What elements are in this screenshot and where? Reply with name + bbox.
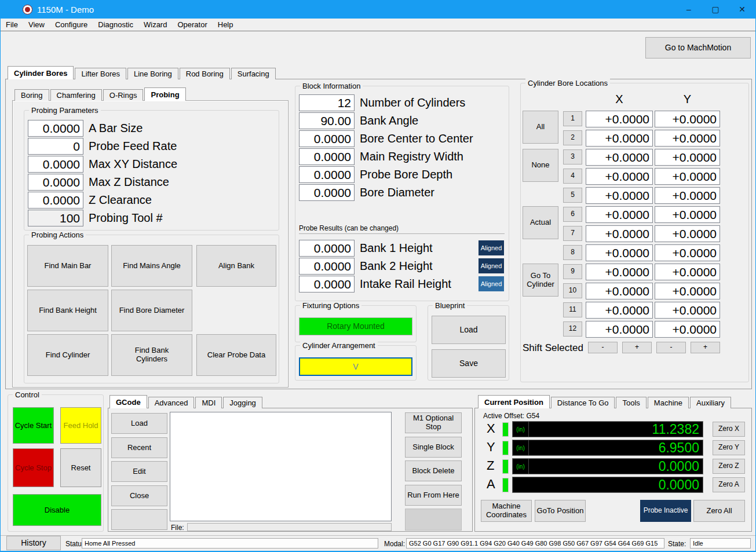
bore-y-8[interactable]: +0.0000 bbox=[655, 244, 720, 261]
bore-y-3[interactable]: +0.0000 bbox=[655, 149, 720, 166]
bore-y-5[interactable]: +0.0000 bbox=[655, 187, 720, 204]
bore-y-7[interactable]: +0.0000 bbox=[655, 225, 720, 242]
tab-tools[interactable]: Tools bbox=[616, 397, 646, 408]
bore-x-3[interactable]: +0.0000 bbox=[586, 149, 653, 166]
bore-x-1[interactable]: +0.0000 bbox=[586, 111, 653, 127]
bore-row-button-6[interactable]: 6 bbox=[563, 207, 582, 222]
block-delete-button[interactable]: Block Delete bbox=[405, 460, 462, 481]
number-of-cylinders-field[interactable]: 12 bbox=[299, 94, 355, 111]
gcode-blank-button-2[interactable] bbox=[405, 509, 462, 531]
menu-item-help[interactable]: Help bbox=[213, 19, 239, 31]
goto-position-button[interactable]: GoTo Position bbox=[535, 500, 586, 522]
tab-o-rings[interactable]: O-Rings bbox=[103, 89, 144, 101]
tab-line-boring[interactable]: Line Boring bbox=[127, 68, 178, 79]
tab-auxiliary[interactable]: Auxiliary bbox=[690, 397, 731, 408]
tab-cylinder-bores[interactable]: Cylinder Bores bbox=[8, 66, 74, 79]
go-to-machmotion-button[interactable]: Go to MachMotion bbox=[645, 37, 751, 59]
bore-y-2[interactable]: +0.0000 bbox=[655, 130, 720, 147]
shift-x-plus-button[interactable]: + bbox=[622, 342, 652, 353]
shift-y-plus-button[interactable]: + bbox=[691, 342, 720, 353]
bore-x-4[interactable]: +0.0000 bbox=[586, 168, 653, 185]
tab-mdi[interactable]: MDI bbox=[195, 397, 222, 408]
bore-y-12[interactable]: +0.0000 bbox=[655, 321, 720, 338]
find-bank-height-button[interactable]: Find Bank Height bbox=[27, 290, 108, 331]
bore-row-button-7[interactable]: 7 bbox=[563, 226, 582, 241]
gcode-text-area[interactable] bbox=[170, 412, 392, 521]
bore-y-4[interactable]: +0.0000 bbox=[655, 168, 720, 185]
tab-rod-boring[interactable]: Rod Boring bbox=[180, 68, 230, 79]
menu-item-configure[interactable]: Configure bbox=[50, 19, 93, 31]
gcode-load-button[interactable]: Load bbox=[111, 413, 167, 434]
bore-row-button-3[interactable]: 3 bbox=[563, 149, 582, 164]
tab-machine[interactable]: Machine bbox=[648, 397, 689, 408]
shift-y-minus-button[interactable]: - bbox=[656, 342, 686, 353]
gcode-close-button[interactable]: Close bbox=[111, 485, 167, 506]
bore-row-button-8[interactable]: 8 bbox=[563, 245, 582, 260]
tab-lifter-bores[interactable]: Lifter Bores bbox=[75, 68, 126, 79]
max-xy-distance-field[interactable]: 0.0000 bbox=[28, 156, 83, 173]
bank-1-height-field[interactable]: 0.0000 bbox=[299, 240, 355, 257]
bore-row-button-1[interactable]: 1 bbox=[563, 111, 582, 126]
bore-y-6[interactable]: +0.0000 bbox=[655, 206, 720, 223]
rotary-mounted-button[interactable]: Rotary Mounted bbox=[299, 317, 412, 335]
bore-x-9[interactable]: +0.0000 bbox=[586, 264, 653, 280]
probe-feed-rate-field[interactable]: 0 bbox=[28, 138, 83, 155]
bore-diameter-field[interactable]: 0.0000 bbox=[299, 184, 355, 201]
menu-item-wizard[interactable]: Wizard bbox=[138, 19, 172, 31]
find-cylinder-button[interactable]: Find Cylinder bbox=[27, 334, 108, 376]
blueprint-load-button[interactable]: Load bbox=[432, 316, 506, 344]
find-bore-diameter-button[interactable]: Find Bore Diameter bbox=[111, 290, 192, 331]
tab-gcode[interactable]: GCode bbox=[109, 395, 147, 408]
go-to-cylinder-button[interactable]: Go To Cylinder bbox=[523, 264, 558, 297]
run-from-here-button[interactable]: Run From Here bbox=[405, 485, 462, 506]
bore-y-11[interactable]: +0.0000 bbox=[655, 302, 720, 319]
z-clearance-field[interactable]: 0.0000 bbox=[28, 192, 83, 209]
probe-inactive-button[interactable]: Probe Inactive bbox=[640, 500, 691, 522]
m1-optional-stop-button[interactable]: M1 Optional Stop bbox=[405, 412, 462, 433]
bore-x-10[interactable]: +0.0000 bbox=[586, 283, 653, 299]
menu-item-view[interactable]: View bbox=[23, 19, 50, 31]
bore-x-12[interactable]: +0.0000 bbox=[586, 321, 653, 338]
bore-row-button-10[interactable]: 10 bbox=[563, 283, 582, 298]
single-block-button[interactable]: Single Block bbox=[405, 437, 462, 458]
cycle-start-button[interactable]: Cycle Start bbox=[13, 407, 54, 444]
maximize-icon[interactable]: ▢ bbox=[702, 0, 729, 19]
bore-x-6[interactable]: +0.0000 bbox=[586, 206, 653, 223]
close-icon[interactable]: ✕ bbox=[729, 0, 755, 19]
bore-x-2[interactable]: +0.0000 bbox=[586, 130, 653, 147]
bore-row-button-9[interactable]: 9 bbox=[563, 264, 582, 279]
tab-boring[interactable]: Boring bbox=[14, 89, 49, 101]
gcode-edit-button[interactable]: Edit bbox=[111, 461, 167, 482]
menu-item-file[interactable]: File bbox=[1, 19, 23, 31]
reset-button[interactable]: Reset bbox=[60, 448, 101, 487]
zero-y-button[interactable]: Zero Y bbox=[713, 440, 745, 455]
bore-x-11[interactable]: +0.0000 bbox=[586, 302, 653, 319]
gcode-recent-button[interactable]: Recent bbox=[111, 437, 167, 458]
bore-select-all-button[interactable]: All bbox=[523, 111, 558, 144]
tab-surfacing[interactable]: Surfacing bbox=[231, 68, 276, 79]
bore-row-button-12[interactable]: 12 bbox=[563, 321, 582, 337]
bore-y-9[interactable]: +0.0000 bbox=[655, 264, 720, 280]
shift-x-minus-button[interactable]: - bbox=[588, 342, 618, 353]
intake-rail-aligned-badge[interactable]: Aligned bbox=[479, 276, 504, 291]
cycle-stop-button[interactable]: Cycle Stop bbox=[13, 448, 54, 487]
tab-jogging[interactable]: Jogging bbox=[223, 397, 262, 408]
zero-x-button[interactable]: Zero X bbox=[713, 422, 745, 437]
tab-chamfering[interactable]: Chamfering bbox=[50, 89, 102, 101]
cylinder-arrangement-button[interactable]: V bbox=[299, 357, 412, 376]
bore-actual-button[interactable]: Actual bbox=[523, 206, 558, 239]
find-mains-angle-button[interactable]: Find Mains Angle bbox=[111, 245, 192, 287]
bore-row-button-5[interactable]: 5 bbox=[563, 188, 582, 203]
find-main-bar-button[interactable]: Find Main Bar bbox=[27, 245, 108, 287]
bank-2-height-field[interactable]: 0.0000 bbox=[299, 258, 355, 275]
feed-hold-button[interactable]: Feed Hold bbox=[60, 407, 101, 444]
bore-x-8[interactable]: +0.0000 bbox=[586, 244, 653, 261]
blueprint-save-button[interactable]: Save bbox=[432, 349, 506, 378]
intake-rail-height-field[interactable]: 0.0000 bbox=[299, 276, 355, 293]
align-bank-button[interactable]: Align Bank bbox=[196, 245, 276, 287]
zero-all-button[interactable]: Zero All bbox=[693, 500, 745, 522]
tab-probing[interactable]: Probing bbox=[144, 87, 185, 101]
menu-item-operator[interactable]: Operator bbox=[172, 19, 212, 31]
main-registry-width-field[interactable]: 0.0000 bbox=[299, 148, 355, 165]
bank-2-aligned-badge[interactable]: Aligned bbox=[479, 258, 504, 273]
